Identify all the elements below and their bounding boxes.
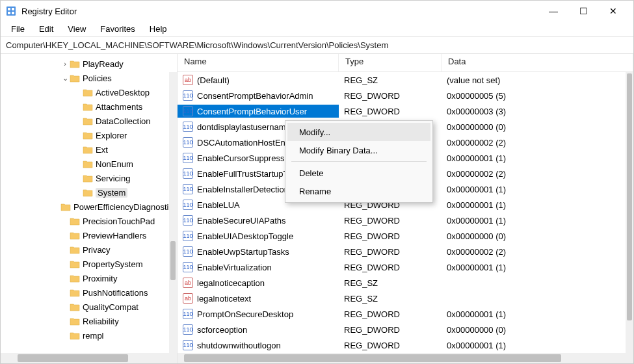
maximize-button[interactable]: ☐	[568, 1, 598, 21]
value-row[interactable]: 110PromptOnSecureDesktopREG_DWORD0x00000…	[178, 306, 633, 322]
dword-value-icon: 110	[183, 122, 193, 132]
tree-item[interactable]: rempl	[1, 328, 177, 343]
tree-item[interactable]: Ext	[1, 142, 177, 157]
tree-item[interactable]: Privacy	[1, 242, 177, 257]
tree-item-label: PropertySystem	[83, 259, 142, 269]
minimize-button[interactable]: —	[538, 1, 568, 21]
value-data-cell: 0x00000005 (5)	[442, 90, 633, 102]
folder-icon	[60, 202, 71, 212]
list-horizontal-scrollbar[interactable]	[178, 353, 633, 363]
list-body[interactable]: ab(Default)REG_SZ(value not set)110Conse…	[178, 72, 633, 353]
close-button[interactable]: ✕	[598, 1, 628, 21]
menu-view[interactable]: View	[61, 23, 92, 35]
address-bar[interactable]: Computer\HKEY_LOCAL_MACHINE\SOFTWARE\Mic…	[1, 37, 633, 54]
value-data-cell	[442, 297, 633, 300]
folder-icon	[70, 58, 80, 69]
menu-favorites[interactable]: Favorites	[94, 23, 141, 35]
tree-item[interactable]: ›PlayReady	[1, 57, 177, 71]
chevron-down-icon[interactable]: ⌄	[60, 74, 70, 83]
value-data-cell: 0x00000002 (2)	[442, 246, 633, 258]
tree-item-label: PushNotifications	[83, 288, 148, 298]
value-row[interactable]: ablegalnoticecaptionREG_SZ	[178, 275, 633, 291]
value-type-cell: REG_DWORD	[339, 324, 442, 336]
dword-value-icon: 110	[183, 231, 193, 241]
column-header-type[interactable]: Type	[339, 54, 442, 72]
column-header-name[interactable]: Name	[178, 54, 339, 72]
dword-value-icon: 110	[183, 168, 193, 179]
dword-value-icon: 110	[183, 324, 193, 335]
value-data-cell: 0x00000002 (2)	[442, 136, 633, 149]
tree-item[interactable]: ActiveDesktop	[1, 85, 177, 99]
value-row[interactable]: 110ConsentPromptBehaviorAdminREG_DWORD0x…	[178, 88, 633, 103]
value-row[interactable]: 110EnableUIADesktopToggleREG_DWORD0x0000…	[178, 228, 633, 244]
dword-value-icon: 110	[183, 340, 193, 350]
menu-file[interactable]: File	[5, 23, 31, 35]
tree-scroll[interactable]: ›PlayReady⌄PoliciesActiveDesktopAttachme…	[1, 54, 177, 353]
list-vertical-scrollbar[interactable]	[626, 72, 633, 353]
tree-item-label: NonEnum	[96, 159, 133, 169]
folder-icon	[83, 87, 93, 98]
tree-item[interactable]: PreviewHandlers	[1, 228, 177, 242]
value-name-cell: 110PromptOnSecureDesktop	[178, 307, 339, 320]
folder-icon	[83, 101, 93, 112]
dword-value-icon: 110	[183, 106, 193, 116]
tree-item[interactable]: Proximity	[1, 271, 177, 285]
context-menu: Modify... Modify Binary Data... Delete R…	[285, 120, 433, 203]
value-row[interactable]: 110EnableSecureUIAPathsREG_DWORD0x000000…	[178, 213, 633, 228]
value-type-cell: REG_DWORD	[339, 90, 442, 102]
tree-horizontal-scrollbar[interactable]	[1, 353, 177, 363]
tree-item[interactable]: ⌄Policies	[1, 71, 177, 85]
value-name: ConsentPromptBehaviorUser	[197, 107, 307, 116]
tree-item-label: Proximity	[83, 274, 117, 283]
folder-icon	[70, 230, 80, 240]
context-menu-rename[interactable]: Rename	[287, 182, 430, 200]
tree-item[interactable]: NonEnum	[1, 157, 177, 171]
tree-vertical-scrollbar[interactable]	[169, 72, 177, 353]
tree-item[interactable]: QualityCompat	[1, 300, 177, 314]
value-data-cell: 0x00000001 (1)	[442, 183, 633, 196]
tree-item[interactable]: Explorer	[1, 128, 177, 142]
value-row[interactable]: 110EnableUwpStartupTasksREG_DWORD0x00000…	[178, 244, 633, 259]
tree-item[interactable]: System	[1, 185, 177, 200]
value-row[interactable]: 110shutdownwithoutlogonREG_DWORD0x000000…	[178, 337, 633, 353]
string-value-icon: ab	[183, 75, 193, 85]
app-icon	[6, 6, 16, 16]
value-row[interactable]: ab(Default)REG_SZ(value not set)	[178, 72, 633, 88]
value-data-cell: 0x00000003 (3)	[442, 105, 633, 118]
value-name: EnableCursorSuppression	[197, 153, 296, 163]
tree-item[interactable]: DataCollection	[1, 114, 177, 128]
value-row[interactable]: ablegalnoticetextREG_SZ	[178, 291, 633, 306]
tree-item[interactable]: PrecisionTouchPad	[1, 214, 177, 228]
folder-icon	[70, 316, 80, 326]
value-data-cell: 0x00000000 (0)	[442, 230, 633, 242]
dword-value-icon: 110	[183, 215, 193, 226]
menu-help[interactable]: Help	[143, 23, 174, 35]
context-menu-delete[interactable]: Delete	[287, 164, 430, 182]
tree-item[interactable]: PropertySystem	[1, 257, 177, 271]
tree-item[interactable]: PowerEfficiencyDiagnostics	[1, 200, 177, 214]
chevron-right-icon[interactable]: ›	[60, 60, 70, 68]
context-menu-modify-binary[interactable]: Modify Binary Data...	[287, 141, 430, 159]
value-data-cell	[442, 281, 633, 284]
svg-rect-1	[8, 8, 10, 10]
value-type-cell: REG_DWORD	[339, 230, 442, 242]
folder-icon	[70, 244, 80, 255]
value-name-cell: 110EnableVirtualization	[178, 261, 339, 274]
value-data-cell: 0x00000001 (1)	[442, 214, 633, 227]
tree-item[interactable]: Attachments	[1, 99, 177, 114]
value-row[interactable]: 110scforceoptionREG_DWORD0x00000000 (0)	[178, 322, 633, 337]
tree-item-label: ActiveDesktop	[96, 88, 150, 98]
value-name: (Default)	[197, 75, 230, 85]
tree-item[interactable]: Servicing	[1, 171, 177, 185]
folder-icon	[83, 130, 93, 140]
tree-item[interactable]: PushNotifications	[1, 285, 177, 300]
dword-value-icon: 110	[183, 184, 193, 194]
value-row[interactable]: 110EnableVirtualizationREG_DWORD0x000000…	[178, 259, 633, 275]
column-header-data[interactable]: Data	[442, 54, 633, 72]
value-row[interactable]: 110ConsentPromptBehaviorUserREG_DWORD0x0…	[178, 103, 633, 119]
folder-icon	[83, 159, 93, 169]
menu-edit[interactable]: Edit	[33, 23, 60, 35]
context-menu-modify[interactable]: Modify...	[287, 123, 430, 141]
tree-item[interactable]: Reliability	[1, 314, 177, 328]
value-name-cell: ablegalnoticecaption	[178, 276, 339, 289]
